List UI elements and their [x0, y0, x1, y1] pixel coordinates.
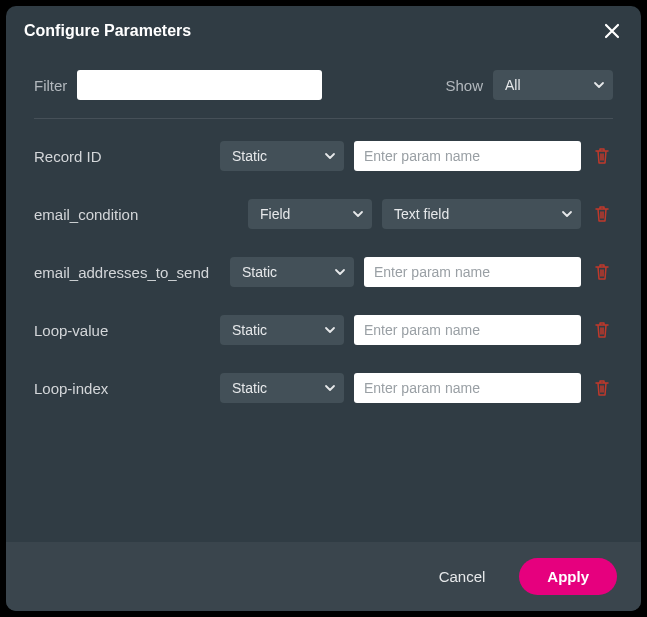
- param-name-label: email_addresses_to_send: [34, 264, 220, 281]
- trash-icon[interactable]: [591, 263, 613, 281]
- param-type-value: Static: [242, 264, 277, 280]
- params-list: Record ID Static email_condition Field: [34, 119, 613, 403]
- trash-icon[interactable]: [591, 321, 613, 339]
- show-group: Show All: [445, 70, 613, 100]
- chevron-down-icon: [593, 79, 605, 91]
- show-label: Show: [445, 77, 483, 94]
- param-value-input[interactable]: [354, 315, 581, 345]
- filter-group: Filter: [34, 70, 322, 100]
- show-select[interactable]: All: [493, 70, 613, 100]
- param-value-input[interactable]: [364, 257, 581, 287]
- param-row: email_condition Field Text field: [34, 199, 613, 229]
- param-type-select[interactable]: Static: [220, 315, 344, 345]
- param-row: email_addresses_to_send Static: [34, 257, 613, 287]
- dialog-body: Filter Show All Record ID Static: [6, 56, 641, 542]
- param-row: Loop-value Static: [34, 315, 613, 345]
- param-type-select[interactable]: Field: [248, 199, 372, 229]
- close-icon[interactable]: [601, 20, 623, 42]
- dialog-titlebar: Configure Parameters: [6, 6, 641, 56]
- param-type-select[interactable]: Static: [220, 373, 344, 403]
- param-name-label: Loop-index: [34, 380, 210, 397]
- chevron-down-icon: [352, 208, 364, 220]
- param-name-label: Loop-value: [34, 322, 210, 339]
- chevron-down-icon: [324, 150, 336, 162]
- configure-parameters-dialog: Configure Parameters Filter Show All: [6, 6, 641, 611]
- dialog-title: Configure Parameters: [24, 22, 191, 40]
- filter-row: Filter Show All: [34, 70, 613, 119]
- cancel-button[interactable]: Cancel: [429, 560, 496, 593]
- dialog-footer: Cancel Apply: [6, 542, 641, 611]
- param-name-label: email_condition: [34, 206, 238, 223]
- chevron-down-icon: [324, 382, 336, 394]
- chevron-down-icon: [561, 208, 573, 220]
- trash-icon[interactable]: [591, 147, 613, 165]
- show-select-value: All: [505, 77, 521, 93]
- filter-label: Filter: [34, 77, 67, 94]
- trash-icon[interactable]: [591, 205, 613, 223]
- chevron-down-icon: [334, 266, 346, 278]
- param-type-value: Static: [232, 148, 267, 164]
- param-type-select[interactable]: Static: [220, 141, 344, 171]
- param-field-select[interactable]: Text field: [382, 199, 581, 229]
- param-row: Record ID Static: [34, 141, 613, 171]
- param-type-value: Static: [232, 322, 267, 338]
- param-type-select[interactable]: Static: [230, 257, 354, 287]
- param-name-label: Record ID: [34, 148, 210, 165]
- filter-input[interactable]: [77, 70, 322, 100]
- param-type-value: Static: [232, 380, 267, 396]
- param-value-input[interactable]: [354, 141, 581, 171]
- param-row: Loop-index Static: [34, 373, 613, 403]
- apply-button[interactable]: Apply: [519, 558, 617, 595]
- chevron-down-icon: [324, 324, 336, 336]
- trash-icon[interactable]: [591, 379, 613, 397]
- param-value-input[interactable]: [354, 373, 581, 403]
- param-field-value: Text field: [394, 206, 449, 222]
- param-type-value: Field: [260, 206, 290, 222]
